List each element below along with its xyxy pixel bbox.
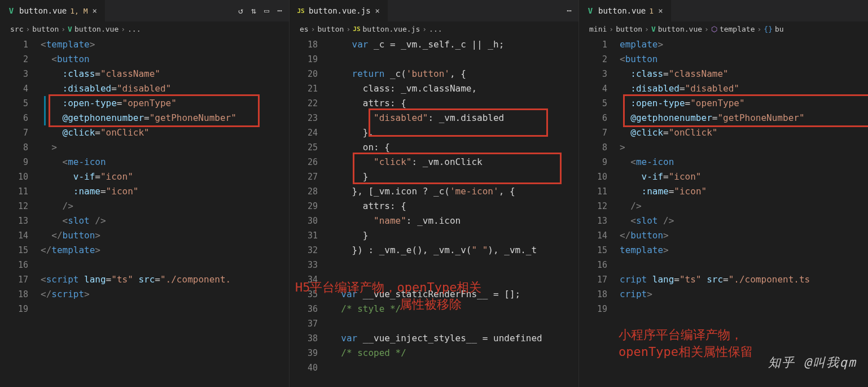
breadcrumbs[interactable]: es› button› JS button.vue.js› ... — [290, 21, 578, 36]
crumb[interactable]: es — [300, 25, 309, 33]
tab-name: button.vue.js — [309, 6, 371, 15]
highlight-box — [353, 153, 562, 184]
close-icon[interactable]: × — [657, 6, 664, 15]
tab-name: button.vue — [598, 6, 646, 15]
crumb[interactable]: button.vue — [74, 25, 119, 33]
vue-icon: V — [651, 25, 656, 33]
history-icon[interactable]: ↺ — [238, 6, 243, 16]
pane-center: JS button.vue.js × ⋯ es› button› JS butt… — [290, 0, 579, 387]
crumb[interactable]: template — [720, 25, 755, 33]
highlight-box — [369, 108, 548, 137]
crumb[interactable]: bu — [775, 25, 784, 33]
crumb[interactable]: ... — [128, 25, 141, 33]
tab-name: button.vue — [19, 6, 67, 15]
code-content[interactable]: var _c = _vm._self._c || _h; return _c('… — [330, 36, 578, 387]
tab-badge: 1, M — [70, 7, 87, 15]
crumb[interactable]: button — [32, 25, 59, 33]
editor-panes: V button.vue 1, M × ↺ ⇅ ▭ ⋯ src› button›… — [0, 0, 868, 387]
line-gutter: 12345678910111213141516171819 — [579, 36, 620, 387]
tabbar: V button.vue 1, M × ↺ ⇅ ▭ ⋯ — [0, 0, 289, 21]
braces-icon: {} — [764, 25, 773, 33]
compare-icon[interactable]: ⇅ — [251, 6, 256, 16]
js-icon: JS — [353, 25, 360, 33]
close-icon[interactable]: × — [91, 6, 98, 15]
tab-actions: ⋯ — [567, 6, 578, 16]
pane-right: V button.vue 1 × mini› button› V button.… — [579, 0, 868, 387]
highlight-box — [623, 94, 868, 127]
vue-icon: V — [68, 25, 72, 33]
vue-icon: V — [7, 6, 16, 15]
tab-actions: ↺ ⇅ ▭ ⋯ — [238, 6, 289, 16]
tab-badge: 1 — [649, 7, 654, 15]
more-icon[interactable]: ⋯ — [567, 6, 572, 16]
tab-button-vue[interactable]: V button.vue 1 × — [579, 0, 671, 21]
cube-icon: ⬡ — [711, 25, 717, 33]
tab-button-vue-js[interactable]: JS button.vue.js × — [290, 0, 388, 21]
vue-icon: V — [586, 6, 595, 15]
split-icon[interactable]: ▭ — [264, 6, 269, 16]
line-gutter: 12345678910111213141516171819 — [0, 36, 41, 387]
modified-indicator — [44, 96, 46, 125]
crumb[interactable]: ... — [429, 25, 442, 33]
more-icon[interactable]: ⋯ — [277, 6, 282, 16]
line-gutter: 1819202122232425262728293031323334353637… — [290, 36, 330, 387]
breadcrumbs[interactable]: src› button› V button.vue› ... — [0, 21, 289, 36]
tab-button-vue[interactable]: V button.vue 1, M × — [0, 0, 105, 21]
tabbar: JS button.vue.js × ⋯ — [290, 0, 578, 21]
annotation-text: 小程序平台编译产物，openType相关属性保留 — [619, 327, 753, 360]
code-content[interactable]: <template> <button :class="className" :d… — [41, 36, 289, 387]
highlight-box — [49, 94, 260, 127]
pane-left: V button.vue 1, M × ↺ ⇅ ▭ ⋯ src› button›… — [0, 0, 290, 387]
minimap[interactable] — [548, 36, 578, 387]
crumb[interactable]: mini — [589, 25, 607, 33]
crumb[interactable]: button.vue — [658, 25, 702, 33]
minimap[interactable] — [258, 36, 289, 387]
close-icon[interactable]: × — [374, 6, 381, 15]
js-icon: JS — [296, 6, 305, 15]
watermark: 知乎 @叫我qm — [768, 354, 857, 371]
editor-area[interactable]: 12345678910111213141516171819 <template>… — [0, 36, 289, 387]
crumb[interactable]: button.vue.js — [363, 25, 420, 33]
crumb[interactable]: src — [10, 25, 23, 33]
editor-area[interactable]: 1819202122232425262728293031323334353637… — [290, 36, 578, 387]
tabbar: V button.vue 1 × — [579, 0, 868, 21]
breadcrumbs[interactable]: mini› button› V button.vue› ⬡ template› … — [579, 21, 868, 36]
crumb[interactable]: button — [616, 25, 642, 33]
annotation-text: H5平台编译产物，openType相关 属性被移除 — [295, 279, 481, 313]
crumb[interactable]: button — [317, 25, 344, 33]
